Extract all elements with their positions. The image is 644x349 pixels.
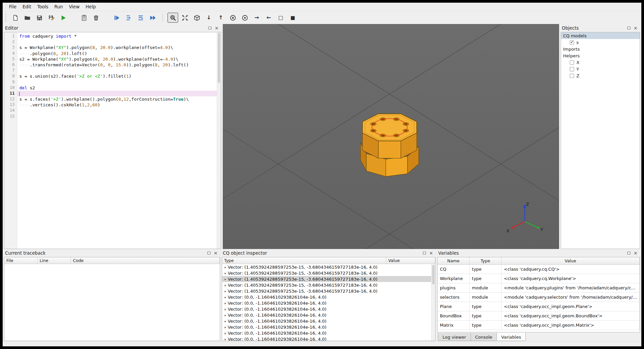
code-line[interactable] (17, 79, 221, 85)
delete-button[interactable] (91, 13, 101, 23)
menu-file[interactable]: File (6, 3, 20, 11)
expander-icon[interactable]: ▸ (223, 319, 228, 323)
tree-item-x[interactable]: X (561, 59, 640, 66)
menu-help[interactable]: Help (83, 3, 99, 11)
back-view-button[interactable] (227, 13, 238, 23)
expander-icon[interactable]: ▸ (223, 331, 228, 335)
inspector-row[interactable]: ▸Vector: (0.0, -1.1604610293826104e-16, … (222, 312, 435, 318)
tab-log-viewer[interactable]: Log viewer (438, 333, 471, 341)
inspector-row[interactable]: ▸Vector: (0.0, -1.1604610293826104e-16, … (222, 324, 435, 330)
code-line[interactable]: ····.polygon(8, 20).loft() (17, 51, 221, 56)
3d-viewport[interactable]: Z Y X (223, 24, 559, 249)
checkbox-s[interactable]: ✔ (570, 40, 574, 45)
tab-variables[interactable]: Variables (496, 333, 525, 341)
variable-row[interactable]: CQtype<class 'cadquery.cq.CQ'> (438, 265, 640, 274)
expander-icon[interactable]: ▸ (223, 283, 228, 287)
code-line[interactable]: s = Workplane("XY").polygon(8, 20.0).wor… (17, 45, 221, 50)
traceback-float-button[interactable] (206, 251, 211, 255)
render-button[interactable] (58, 13, 69, 23)
code-area[interactable]: from cadquery import *s = Workplane("XY"… (17, 32, 221, 249)
code-line[interactable] (17, 91, 221, 96)
code-line[interactable] (17, 39, 221, 45)
variable-row[interactable]: selectorsmodule<module 'cadquery.selecto… (438, 293, 640, 302)
expander-icon[interactable]: ▸ (223, 307, 228, 311)
save-button[interactable] (34, 13, 45, 23)
expander-icon[interactable]: ▸ (223, 295, 228, 299)
inspector-row[interactable]: ▸Vector: (0.0, -1.1604610293826104e-16, … (222, 294, 435, 300)
step-button[interactable] (111, 13, 122, 23)
tree-item-s[interactable]: ✔s (561, 39, 640, 46)
wireframe-view-button[interactable]: □ (275, 13, 286, 23)
debug-button[interactable] (79, 13, 89, 23)
inspector-row[interactable]: ▸Vector: (0.0, -1.1604610293826104e-16, … (222, 300, 435, 306)
checkbox-x[interactable] (570, 60, 574, 65)
objects-float-button[interactable] (626, 26, 631, 30)
cad-model[interactable] (361, 114, 419, 176)
expander-icon[interactable]: ▸ (223, 301, 228, 305)
variable-row[interactable]: pluginsmodule<module 'cadquery.plugins' … (438, 283, 640, 293)
expander-icon[interactable]: ▸ (223, 337, 228, 341)
variables-float-button[interactable] (626, 251, 631, 255)
inspector-row[interactable]: ▸Vector: (1.4053924288597253e-15, -3.680… (222, 282, 435, 288)
continue-button[interactable] (147, 13, 158, 23)
inspector-row[interactable]: ▸Vector: (0.0, -1.1604610293826104e-16, … (222, 336, 435, 341)
inspector-header-type[interactable]: Type (222, 257, 386, 264)
code-line[interactable]: s2 = Workplane("XY").polygon(8, 20.0).wo… (17, 56, 221, 62)
menu-run[interactable]: Run (51, 3, 66, 11)
expander-icon[interactable]: ▸ (223, 271, 228, 275)
left-view-button[interactable]: ← (263, 13, 274, 23)
new-script-button[interactable] (10, 13, 21, 23)
code-line[interactable]: ····.vertices().cskHole(1,2,60) (17, 102, 221, 108)
bottom-view-button[interactable]: ↑ (215, 13, 226, 23)
fit-view-button[interactable] (179, 13, 190, 23)
code-line[interactable]: s = s.union(s2).faces('>Z or <Z').fillet… (17, 73, 221, 79)
expander-icon[interactable]: ▸ (223, 325, 228, 329)
inspector-close-button[interactable]: × (429, 251, 434, 255)
front-view-button[interactable] (239, 13, 250, 23)
expander-icon[interactable]: ▸ (223, 265, 228, 269)
traceback-close-button[interactable]: × (213, 251, 218, 255)
inspector-header-value[interactable]: Value (386, 257, 435, 264)
editor-scrollbar-thumb[interactable] (218, 33, 220, 83)
checkbox-y[interactable] (570, 67, 574, 71)
tree-item-cq-models[interactable]: CQ models (561, 32, 640, 39)
inspector-scrollbar-thumb[interactable] (432, 265, 435, 284)
inspector-row[interactable]: ▸Vector: (1.4053924288597253e-15, -3.680… (222, 288, 435, 294)
open-script-button[interactable] (22, 13, 33, 23)
menu-view[interactable]: View (66, 3, 83, 11)
traceback-header-file[interactable]: File (4, 257, 38, 264)
editor-float-button[interactable] (207, 26, 212, 30)
menu-tools[interactable]: Tools (34, 3, 51, 11)
tree-item-z[interactable]: Z (561, 72, 640, 79)
code-line[interactable]: from cadquery import * (17, 33, 221, 39)
right-view-button[interactable]: → (251, 13, 262, 23)
code-line[interactable] (17, 114, 221, 119)
variables-header-type[interactable]: Type (470, 257, 501, 264)
code-line[interactable]: ····.transformed(rotate=Vector(0, 0, 15.… (17, 62, 221, 68)
variable-row[interactable]: Matrixtype<class 'cadquery.occ_impl.geom… (438, 321, 640, 330)
checkbox-z[interactable] (570, 74, 574, 78)
code-line[interactable] (17, 108, 221, 113)
inspector-float-button[interactable] (422, 251, 427, 255)
tree-item-imports[interactable]: Imports (561, 46, 640, 52)
step-in-button[interactable] (123, 13, 134, 23)
variables-close-button[interactable]: × (633, 251, 638, 255)
inspector-row[interactable]: ▸Vector: (1.4053924288597253e-15, -3.680… (222, 264, 435, 270)
viewport-canvas[interactable]: Z Y X (223, 24, 559, 249)
code-line[interactable]: del s2 (17, 85, 221, 91)
tab-console[interactable]: Console (471, 333, 497, 341)
inspector-row[interactable]: ▸Vector: (1.4053924288597253e-15, -3.680… (222, 270, 435, 276)
zoom-tool-button[interactable] (167, 13, 178, 23)
top-view-button[interactable]: ↓ (203, 13, 214, 23)
expander-icon[interactable]: ▸ (223, 289, 228, 293)
inspector-row[interactable]: ▸Vector: (1.4053924288597253e-15, -3.680… (222, 276, 435, 282)
save-as-button[interactable] (46, 13, 57, 23)
variable-row[interactable]: Workplanetype<class 'cadquery.cq.Workpla… (438, 274, 640, 283)
menu-edit[interactable]: Edit (20, 3, 34, 11)
tree-item-helpers[interactable]: Helpers (561, 52, 640, 59)
shaded-view-button[interactable]: ■ (287, 13, 298, 23)
traceback-header-code[interactable]: Code (71, 257, 220, 264)
traceback-header-line[interactable]: Line (38, 257, 71, 264)
inspector-row[interactable]: ▸Vector: (0.0, -1.1604610293826104e-16, … (222, 318, 435, 324)
code-line[interactable]: s = s.faces('>Z').workplane().polygon(8,… (17, 96, 221, 102)
